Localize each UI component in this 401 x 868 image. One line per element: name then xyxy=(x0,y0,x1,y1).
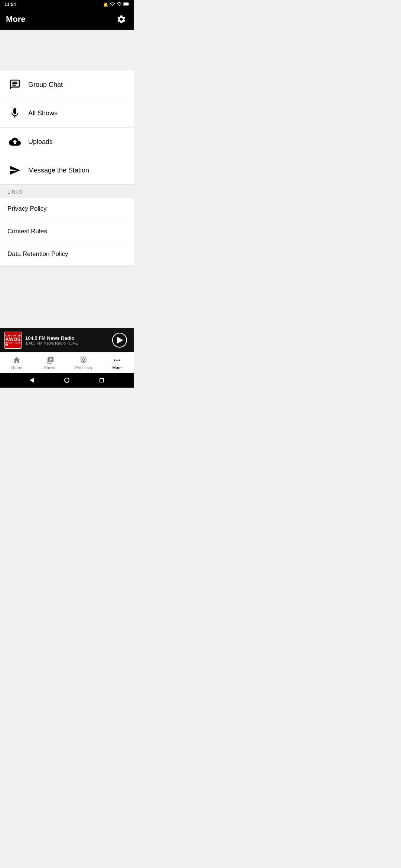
gear-icon xyxy=(117,14,126,24)
send-icon xyxy=(7,163,22,178)
back-icon xyxy=(30,378,34,383)
back-button[interactable] xyxy=(30,378,34,383)
bottom-spacer xyxy=(0,265,134,328)
podcasts-nav-icon xyxy=(79,356,88,365)
now-playing-info: 104.5 FM News Radio 104.5 FM News Radio … xyxy=(25,335,110,345)
links-header-label: LINKS xyxy=(7,189,22,195)
more-nav-icon xyxy=(113,356,121,365)
shows-nav-icon xyxy=(46,356,55,365)
link-item-contest-rules[interactable]: Contest Rules xyxy=(0,220,134,243)
now-playing-bar: NEWS RADIO KWOS 950 AM · 104.5 FM 104.5 … xyxy=(0,328,134,352)
group-chat-label: Group Chat xyxy=(28,81,63,89)
svg-point-3 xyxy=(114,359,115,361)
menu-item-message-station[interactable]: Message the Station xyxy=(0,156,134,184)
nav-item-home[interactable]: Home xyxy=(4,354,30,371)
link-item-privacy-policy[interactable]: Privacy Policy xyxy=(0,198,134,220)
recents-button[interactable] xyxy=(100,378,104,382)
menu-item-group-chat[interactable]: Group Chat xyxy=(0,70,134,99)
home-icon xyxy=(64,378,69,383)
microphone-icon xyxy=(7,106,22,121)
battery-icon xyxy=(123,2,129,7)
menu-item-all-shows[interactable]: All Shows xyxy=(0,99,134,128)
play-icon xyxy=(117,337,123,343)
nav-item-shows[interactable]: Shows xyxy=(37,354,63,371)
signal-icon xyxy=(117,1,122,7)
more-nav-label: More xyxy=(112,365,121,370)
wifi-icon xyxy=(110,1,115,7)
recents-icon xyxy=(100,378,104,382)
nav-item-podcasts[interactable]: Podcasts xyxy=(71,354,97,371)
menu-item-uploads[interactable]: Uploads xyxy=(0,128,134,156)
play-button-circle xyxy=(112,333,127,348)
top-spacer xyxy=(0,30,134,70)
station-logo: NEWS RADIO KWOS 950 AM · 104.5 FM xyxy=(4,332,22,349)
links-section-header: LINKS xyxy=(0,184,134,198)
settings-button[interactable] xyxy=(115,13,128,26)
podcasts-nav-label: Podcasts xyxy=(75,365,92,370)
bottom-nav: Home Shows Podcasts More xyxy=(0,352,134,373)
now-playing-status: 104.5 FM News Radio - LIVE xyxy=(25,341,110,345)
play-button[interactable] xyxy=(110,331,129,350)
status-bar: 11:54 🔔 xyxy=(0,0,134,9)
logo-bottom-text: 950 AM · 104.5 FM xyxy=(5,342,21,346)
home-nav-label: Home xyxy=(11,365,22,370)
status-icons: 🔔 xyxy=(103,1,129,7)
page-content: Group Chat All Shows Uploads xyxy=(0,30,134,328)
logo-callsign: KWOS xyxy=(6,337,20,342)
home-nav-icon xyxy=(12,356,21,365)
status-time: 11:54 xyxy=(4,2,16,7)
message-station-label: Message the Station xyxy=(28,167,89,174)
home-button[interactable] xyxy=(64,378,69,383)
android-nav-bar xyxy=(0,373,134,388)
chat-icon xyxy=(7,77,22,92)
shows-nav-label: Shows xyxy=(44,365,56,370)
privacy-policy-label: Privacy Policy xyxy=(7,205,47,213)
svg-rect-2 xyxy=(124,3,128,5)
uploads-label: Uploads xyxy=(28,138,53,146)
menu-section: Group Chat All Shows Uploads xyxy=(0,70,134,184)
links-section: Privacy Policy Contest Rules Data Retent… xyxy=(0,198,134,265)
svg-point-5 xyxy=(119,359,120,361)
top-header: More xyxy=(0,9,134,30)
link-item-data-retention[interactable]: Data Retention Policy xyxy=(0,243,134,265)
now-playing-title: 104.5 FM News Radio xyxy=(25,335,110,341)
all-shows-label: All Shows xyxy=(28,109,58,117)
svg-point-4 xyxy=(116,359,118,361)
nav-item-more[interactable]: More xyxy=(104,354,130,371)
upload-icon xyxy=(7,134,22,149)
data-retention-label: Data Retention Policy xyxy=(7,250,68,258)
page-title: More xyxy=(6,14,26,24)
contest-rules-label: Contest Rules xyxy=(7,228,47,235)
svg-rect-1 xyxy=(128,3,129,5)
notification-icon: 🔔 xyxy=(103,2,108,7)
